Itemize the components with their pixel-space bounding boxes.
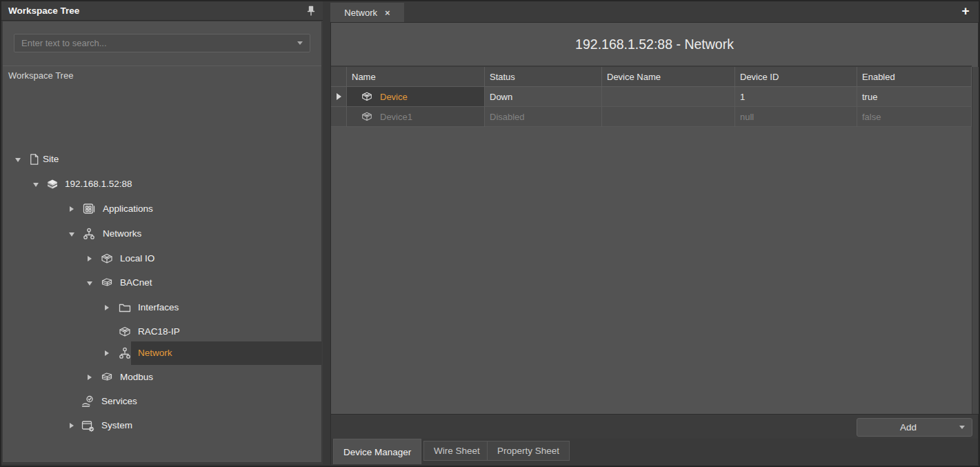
network-page: 192.168.1.52:88 - Network Name Status De… [330, 22, 979, 465]
document-icon [28, 152, 41, 166]
panel-title: Workspace Tree [8, 6, 79, 16]
tab-label: Network [344, 8, 377, 18]
column-header-enabled[interactable]: Enabled [857, 67, 972, 86]
expand-arrow-icon[interactable] [88, 375, 92, 380]
tree-item-local-io[interactable]: Local IO [3, 247, 321, 270]
protocol-icon [100, 276, 114, 290]
column-header-device-name[interactable]: Device Name [602, 67, 735, 86]
device-icon [360, 110, 374, 123]
tab-property-sheet[interactable]: Property Sheet [487, 441, 570, 461]
tree-item-label: RAC18-IP [138, 326, 180, 337]
tree-item-controller[interactable]: 192.168.1.52:88 [3, 172, 321, 196]
services-icon [81, 395, 94, 408]
cell-device-name[interactable] [602, 107, 735, 127]
expand-arrow-icon[interactable] [33, 183, 39, 187]
tree-item-site[interactable]: Site [3, 148, 321, 171]
expand-arrow-icon[interactable] [70, 206, 74, 212]
device-icon [360, 90, 374, 103]
tree-item-label: Site [43, 154, 59, 164]
workspace-tree-titlebar: Workspace Tree [1, 1, 323, 21]
cell-device-id[interactable]: null [735, 107, 857, 127]
table-action-bar: Add [331, 414, 978, 439]
tree-item-label: Interfaces [138, 302, 179, 312]
tree-item-applications[interactable]: Applications [3, 197, 321, 221]
search-dropdown-icon[interactable] [297, 41, 303, 45]
cell-enabled[interactable]: true [857, 87, 972, 107]
workspace-tree-body: Enter text to search... Workspace Tree S… [2, 21, 322, 463]
expand-arrow-icon[interactable] [15, 158, 21, 162]
workspace-tree-panel: Workspace Tree Enter text to search... W… [1, 1, 323, 464]
expand-arrow-icon[interactable] [70, 423, 74, 428]
cell-name-text: Device [380, 92, 408, 102]
tree-item-label: Networks [103, 228, 141, 239]
add-button[interactable]: Add [857, 418, 972, 437]
pin-icon[interactable] [306, 6, 316, 17]
column-header-device-id[interactable]: Device ID [735, 67, 857, 86]
controller-icon [46, 177, 59, 191]
tree-item-network[interactable]: Network [3, 341, 321, 365]
tree-item-label: Applications [103, 203, 153, 214]
tree-item-modbus[interactable]: Modbus [3, 366, 321, 389]
system-icon [81, 419, 94, 433]
view-tab-bar: Device Manager Wire Sheet Property Sheet [331, 439, 978, 465]
expand-arrow-icon[interactable] [105, 350, 109, 356]
add-dropdown-icon[interactable] [959, 426, 965, 429]
tree-item-services[interactable]: Services [3, 390, 321, 413]
device-table-header: Name Status Device Name Device ID Enable… [331, 66, 972, 87]
search-placeholder: Enter text to search... [21, 38, 297, 48]
tab-network[interactable]: Network × [330, 3, 404, 22]
tree-item-label: Services [101, 396, 137, 406]
network-icon [118, 346, 132, 360]
cell-name[interactable]: Device [347, 87, 485, 107]
cell-name-text: Device1 [380, 112, 412, 122]
table-row-device[interactable]: Device Down 1 true [331, 87, 972, 107]
tree-item-system[interactable]: System [3, 414, 321, 437]
protocol-icon [100, 370, 114, 384]
row-selector-arrow-icon [337, 93, 341, 100]
tree-item-networks[interactable]: Networks [3, 222, 321, 246]
table-scroll-gutter[interactable] [972, 67, 979, 414]
tree-item-label: BACnet [120, 277, 152, 288]
tree-item-rac18-ip[interactable]: RAC18-IP [3, 320, 321, 344]
row-selector-cell [331, 87, 347, 107]
tree-item-label: Network [138, 348, 172, 358]
device-icon [100, 252, 114, 266]
expand-arrow-icon[interactable] [105, 305, 109, 310]
close-tab-icon[interactable]: × [385, 8, 390, 17]
cell-status[interactable]: Disabled [485, 107, 602, 127]
tree-item-label: Modbus [120, 372, 153, 382]
column-header-name[interactable]: Name [347, 67, 485, 86]
tree-item-label: 192.168.1.52:88 [65, 179, 132, 189]
folder-icon [118, 301, 132, 315]
applications-icon [82, 202, 96, 216]
cell-device-id[interactable]: 1 [735, 87, 857, 107]
cell-device-name[interactable] [602, 87, 735, 107]
add-button-label: Add [857, 422, 959, 433]
tree-item-label: Local IO [120, 253, 154, 264]
new-tab-button[interactable]: + [958, 3, 973, 19]
column-header-status[interactable]: Status [485, 67, 602, 86]
tree-item-interfaces[interactable]: Interfaces [3, 296, 321, 319]
cell-enabled[interactable]: false [857, 107, 972, 127]
tab-wire-sheet[interactable]: Wire Sheet [423, 441, 490, 461]
column-header-selector [331, 67, 347, 86]
document-tab-bar: Network × + [330, 1, 979, 22]
table-row-device1[interactable]: Device1 Disabled null false [331, 107, 972, 127]
tab-device-manager[interactable]: Device Manager [333, 439, 421, 464]
workspace-tree: Site 192.168.1.52:88 Applications [3, 84, 321, 462]
network-icon [82, 227, 96, 241]
search-input[interactable]: Enter text to search... [14, 34, 310, 52]
device-icon [118, 325, 132, 339]
tree-item-bacnet[interactable]: BACnet [3, 271, 321, 295]
cell-status[interactable]: Down [485, 87, 602, 107]
row-selector-cell [331, 107, 347, 127]
expand-arrow-icon[interactable] [88, 256, 92, 261]
expand-arrow-icon[interactable] [69, 232, 74, 237]
expand-arrow-icon[interactable] [87, 281, 92, 286]
page-title: 192.168.1.52:88 - Network [331, 23, 978, 66]
app-window: Workspace Tree Enter text to search... W… [0, 0, 980, 467]
cell-name[interactable]: Device1 [347, 107, 485, 127]
tree-item-label: System [101, 420, 132, 430]
tree-section-label: Workspace Tree [3, 66, 321, 84]
